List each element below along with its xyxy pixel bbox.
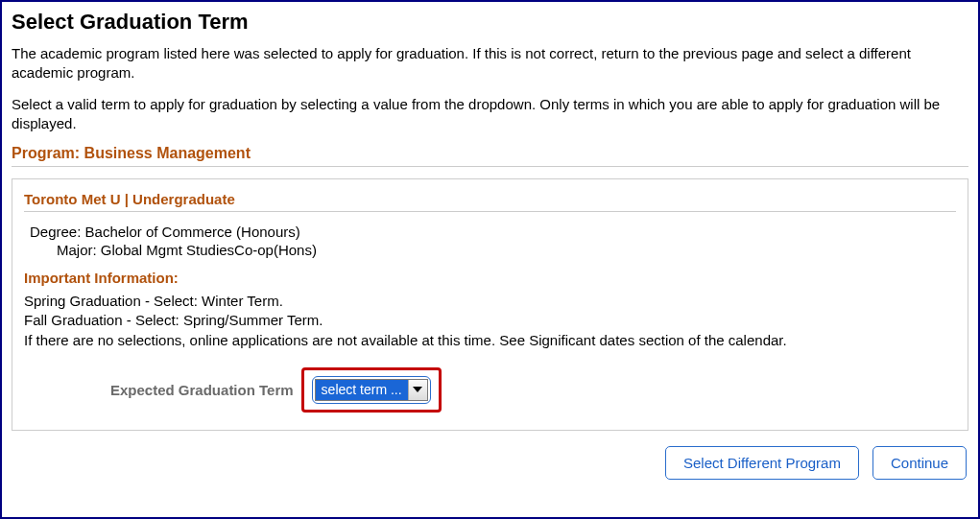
select-different-program-button[interactable]: Select Different Program [665,446,859,480]
term-row: Expected Graduation Term select term ... [110,367,956,413]
info-line-3: If there are no selections, online appli… [24,331,956,350]
select-focus-ring: select term ... [312,376,431,404]
degree-line: Degree: Bachelor of Commerce (Honours) [30,224,956,240]
info-line-1: Spring Graduation - Select: Winter Term. [24,292,956,311]
continue-button[interactable]: Continue [872,446,967,480]
important-info-heading: Important Information: [24,270,956,286]
important-info-lines: Spring Graduation - Select: Winter Term.… [24,292,956,350]
intro-paragraph-2: Select a valid term to apply for graduat… [12,95,968,134]
page-title: Select Graduation Term [12,10,968,35]
select-highlight-box: select term ... [301,367,442,413]
info-line-2: Fall Graduation - Select: Spring/Summer … [24,311,956,330]
term-select-value: select term ... [316,380,408,400]
program-box: Toronto Met U | Undergraduate Degree: Ba… [12,178,968,431]
button-row: Select Different Program Continue [12,446,968,480]
intro-text: The academic program listed here was sel… [12,44,968,133]
term-select[interactable]: select term ... [315,379,428,401]
major-line: Major: Global Mgmt StudiesCo-op(Hons) [57,242,956,258]
program-heading: Program: Business Management [12,145,968,167]
chevron-down-icon [408,380,427,400]
intro-paragraph-1: The academic program listed here was sel… [12,44,968,83]
institution-heading: Toronto Met U | Undergraduate [24,191,956,212]
expected-term-label: Expected Graduation Term [110,382,294,398]
